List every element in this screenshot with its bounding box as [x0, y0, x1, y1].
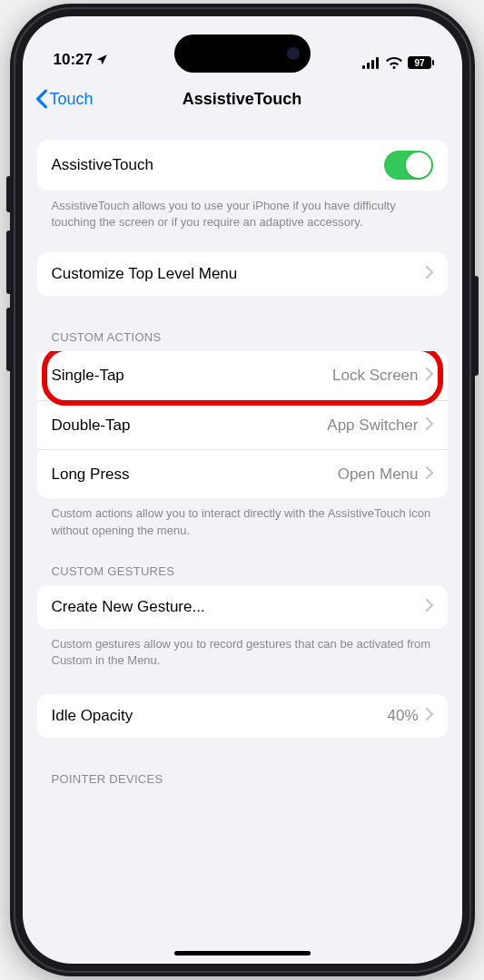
pointer-devices-header: POINTER DEVICES: [37, 772, 448, 793]
idle-opacity-row[interactable]: Idle Opacity 40%: [37, 694, 448, 738]
volume-up-button: [6, 230, 12, 294]
idle-opacity-label: Idle Opacity: [52, 707, 133, 725]
svg-rect-0: [362, 65, 365, 69]
create-gesture-label: Create New Gesture...: [52, 598, 205, 616]
location-icon: [95, 54, 108, 66]
nav-bar: Touch AssistiveTouch: [23, 73, 462, 125]
back-label: Touch: [50, 90, 94, 109]
assistivetouch-toggle-row[interactable]: AssistiveTouch: [37, 140, 448, 191]
double-tap-label: Double-Tap: [52, 416, 131, 435]
content: AssistiveTouch AssistiveTouch allows you…: [23, 140, 462, 793]
back-button[interactable]: Touch: [35, 89, 94, 109]
svg-rect-2: [371, 60, 374, 69]
custom-actions-footer: Custom actions allow you to interact dir…: [37, 498, 448, 538]
home-indicator[interactable]: [174, 951, 311, 956]
svg-text:97: 97: [414, 58, 425, 68]
create-gesture-row[interactable]: Create New Gesture...: [37, 585, 448, 629]
chevron-right-icon: [426, 466, 433, 483]
customize-menu-row[interactable]: Customize Top Level Menu: [37, 252, 448, 296]
double-tap-row[interactable]: Double-Tap App Switcher: [37, 400, 448, 449]
cellular-icon: [362, 57, 380, 69]
phone-frame: 10:27 97 Touch: [10, 4, 475, 976]
mute-switch: [6, 176, 12, 212]
long-press-row[interactable]: Long Press Open Menu: [37, 449, 448, 498]
custom-actions-header: CUSTOM ACTIONS: [37, 330, 448, 351]
single-tap-row[interactable]: Single-Tap Lock Screen: [37, 351, 448, 400]
assistivetouch-label: AssistiveTouch: [52, 156, 153, 174]
power-button: [473, 276, 479, 376]
volume-down-button: [6, 308, 12, 371]
chevron-right-icon: [426, 368, 433, 384]
page-title: AssistiveTouch: [183, 90, 302, 109]
custom-gestures-header: CUSTOM GESTURES: [37, 564, 448, 585]
customize-menu-label: Customize Top Level Menu: [52, 265, 238, 283]
chevron-left-icon: [35, 89, 48, 109]
custom-gestures-footer: Custom gestures allow you to record gest…: [37, 629, 448, 669]
battery-icon: 97: [408, 56, 435, 69]
screen: 10:27 97 Touch: [23, 16, 462, 964]
idle-opacity-value: 40%: [387, 707, 418, 725]
wifi-icon: [386, 57, 402, 69]
assistivetouch-toggle[interactable]: [384, 151, 433, 180]
chevron-right-icon: [426, 266, 433, 282]
assistivetouch-footer: AssistiveTouch allows you to use your iP…: [37, 191, 448, 230]
double-tap-value: App Switcher: [327, 416, 418, 435]
svg-rect-5: [432, 60, 434, 65]
chevron-right-icon: [426, 417, 433, 434]
status-time: 10:27: [54, 51, 93, 69]
svg-rect-3: [376, 57, 379, 69]
single-tap-label: Single-Tap: [52, 367, 124, 385]
svg-rect-1: [367, 63, 370, 69]
single-tap-value: Lock Screen: [332, 367, 419, 385]
chevron-right-icon: [426, 708, 433, 724]
long-press-value: Open Menu: [338, 466, 419, 484]
dynamic-island: [174, 34, 311, 73]
long-press-label: Long Press: [52, 466, 130, 484]
chevron-right-icon: [426, 599, 433, 615]
